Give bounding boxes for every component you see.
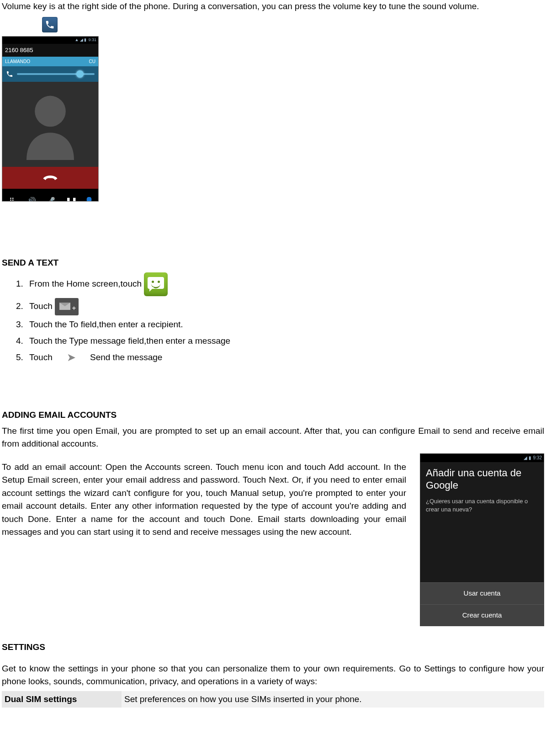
send-arrow-icon: ➤ — [62, 350, 80, 365]
step-3: Touch the To field,then enter a recipien… — [26, 317, 544, 332]
volume-thumb[interactable] — [76, 70, 84, 78]
step-4: Touch the Type message field,then enter … — [26, 334, 544, 348]
settings-table: Dual SIM settings Set preferences on how… — [2, 691, 544, 708]
step-1: From the Home screen,touch — [26, 272, 544, 296]
use-account-button[interactable]: Usar cuenta — [420, 582, 544, 604]
dialpad-icon[interactable]: ⠿ — [8, 196, 16, 202]
settings-heading: SETTINGS — [2, 641, 544, 654]
create-account-button[interactable]: Crear cuenta — [420, 604, 544, 626]
intro-text: Volume key is at the right side of the p… — [2, 0, 544, 13]
email-statusbar-icons: ◢ ▮ — [524, 454, 531, 461]
step-1-text: From the Home screen,touch — [29, 279, 142, 288]
svg-point-0 — [35, 96, 66, 127]
step-2-text: Touch — [29, 301, 55, 311]
phone-small-icon — [6, 70, 13, 78]
step-5-text-b: Send the message — [90, 352, 162, 362]
volume-slider[interactable] — [2, 66, 98, 82]
add-account-title: Añadir una cuenta de Google — [420, 462, 544, 495]
add-call-icon[interactable]: 👤 — [85, 196, 93, 202]
call-actions-bar: ⠿ 🔊 🎤 ❚❚ 👤 — [2, 189, 98, 202]
statusbar-icons: ▲ ◢ ▮ — [75, 37, 87, 43]
call-number: 2160 8685 — [2, 44, 98, 57]
email-heading: ADDING EMAIL ACCOUNTS — [2, 409, 544, 422]
step-5: Touch ➤ Send the message — [26, 350, 544, 365]
contact-avatar — [2, 82, 98, 167]
send-text-heading: SEND A TEXT — [2, 256, 544, 270]
settings-intro: Get to know the settings in your phone s… — [2, 662, 544, 688]
send-text-steps: From the Home screen,touch Touch + Touch… — [2, 272, 544, 365]
step-5-text-a: Touch — [29, 352, 53, 362]
call-status-label: LLAMANDO — [5, 58, 30, 65]
phone-app-icon — [42, 17, 58, 32]
add-account-question: ¿Quieres usar una cuenta disponible o cr… — [420, 495, 544, 514]
call-screenshot: ▲ ◢ ▮ 9:31 2160 8685 LLAMANDO CU ⠿ 🔊 🎤 — [2, 17, 98, 202]
mute-icon[interactable]: 🎤 — [46, 196, 54, 202]
hangup-button[interactable] — [2, 167, 98, 189]
setting-name: Dual SIM settings — [2, 691, 122, 708]
messaging-app-icon — [144, 272, 168, 296]
hold-icon[interactable]: ❚❚ — [65, 196, 74, 202]
table-row: Dual SIM settings Set preferences on how… — [2, 691, 544, 708]
email-para1: The first time you open Email, you are p… — [2, 425, 544, 451]
call-sim-label: CU — [89, 58, 95, 65]
speaker-icon[interactable]: 🔊 — [27, 196, 35, 202]
email-para2: To add an email account: Open the Accoun… — [2, 461, 406, 539]
setting-desc: Set preferences on how you use SIMs inse… — [122, 691, 544, 708]
compose-message-icon: + — [55, 298, 79, 315]
step-2: Touch + — [26, 298, 544, 315]
add-account-screenshot: ◢ ▮ 9:32 Añadir una cuenta de Google ¿Qu… — [420, 453, 544, 626]
email-statusbar-time: 9:32 — [533, 454, 542, 461]
statusbar-time: 9:31 — [88, 37, 96, 43]
